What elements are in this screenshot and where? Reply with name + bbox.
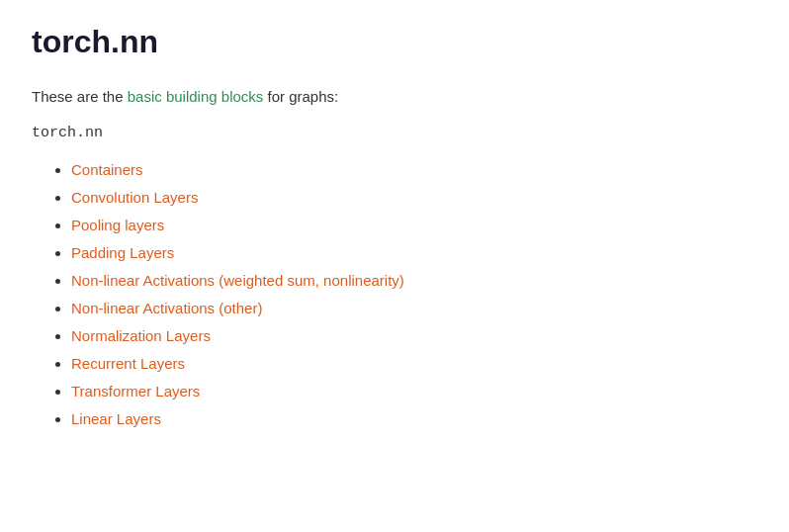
- page-title: torch.nn: [32, 24, 757, 60]
- list-item: Containers: [71, 161, 757, 179]
- list-item-link-1[interactable]: Convolution Layers: [71, 189, 198, 206]
- list-item-link-5[interactable]: Non-linear Activations (other): [71, 300, 262, 316]
- list-item-link-8[interactable]: Transformer Layers: [71, 383, 200, 399]
- list-item-link-3[interactable]: Padding Layers: [71, 244, 174, 261]
- list-item-link-2[interactable]: Pooling layers: [71, 217, 164, 233]
- list-item: Non-linear Activations (weighted sum, no…: [71, 272, 757, 290]
- list-item: Transformer Layers: [71, 383, 757, 400]
- list-item: Pooling layers: [71, 217, 757, 234]
- list-item: Non-linear Activations (other): [71, 300, 757, 317]
- list-item-link-9[interactable]: Linear Layers: [71, 410, 161, 427]
- module-reference: torch.nn: [32, 125, 757, 141]
- intro-after-link: for graphs:: [263, 88, 338, 105]
- list-item: Normalization Layers: [71, 327, 757, 345]
- list-item: Padding Layers: [71, 244, 757, 262]
- list-item-link-6[interactable]: Normalization Layers: [71, 327, 211, 344]
- intro-link[interactable]: basic building blocks: [128, 88, 264, 105]
- intro-before-link: These are the: [32, 88, 128, 105]
- list-item: Convolution Layers: [71, 189, 757, 207]
- list-item: Linear Layers: [71, 410, 757, 428]
- list-item-link-7[interactable]: Recurrent Layers: [71, 355, 185, 372]
- nn-modules-list: ContainersConvolution LayersPooling laye…: [32, 161, 757, 428]
- intro-paragraph: These are the basic building blocks for …: [32, 88, 757, 105]
- list-item-link-4[interactable]: Non-linear Activations (weighted sum, no…: [71, 272, 404, 289]
- list-item-link-0[interactable]: Containers: [71, 161, 143, 178]
- list-item: Recurrent Layers: [71, 355, 757, 373]
